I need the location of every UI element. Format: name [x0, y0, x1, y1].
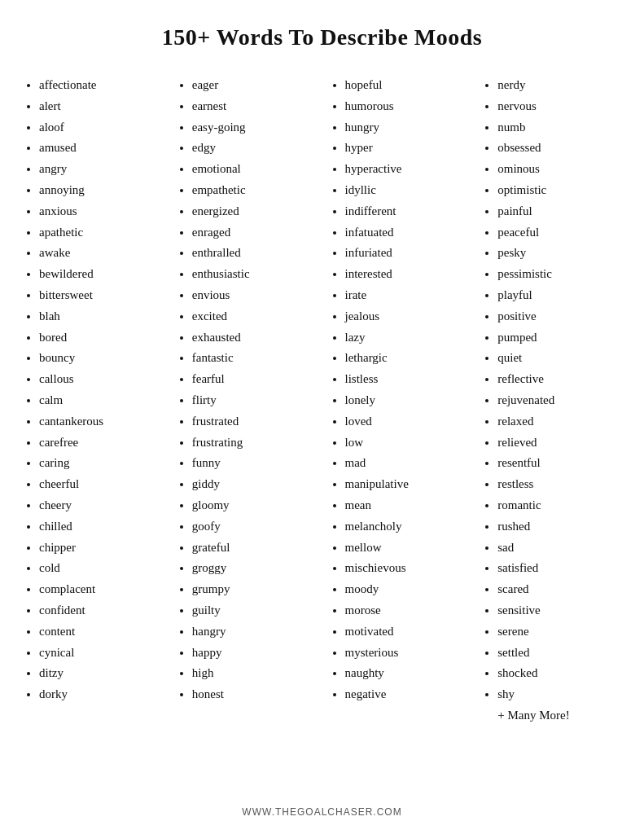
list-item: nervous — [497, 96, 621, 117]
list-item: lazy — [345, 327, 469, 349]
list-item: chipper — [39, 538, 163, 559]
list-item: mischievous — [345, 558, 469, 579]
list-item: giddy — [192, 474, 316, 495]
list-item: hyper — [345, 138, 469, 159]
list-item: loved — [345, 411, 469, 432]
list-item: rushed — [497, 516, 621, 538]
list-item: confident — [39, 600, 163, 621]
list-item: callous — [39, 369, 163, 390]
list-item: grumpy — [192, 579, 316, 600]
list-item: dorky — [39, 684, 163, 705]
list-item: caring — [39, 453, 163, 474]
list-item: annoying — [39, 180, 163, 201]
list-item: edgy — [192, 138, 316, 159]
list-item: cynical — [39, 643, 163, 664]
list-item: melancholy — [345, 516, 469, 538]
list-item: negative — [345, 684, 469, 705]
list-item: bewildered — [39, 264, 163, 285]
page-title: 150+ Words To Describe Moods — [162, 24, 482, 50]
list-item: interested — [345, 264, 469, 285]
list-item: grateful — [192, 538, 316, 559]
list-item: hangry — [192, 621, 316, 643]
list-item: aloof — [39, 117, 163, 138]
list-item: pesky — [497, 243, 621, 264]
list-item: painful — [497, 201, 621, 222]
list-item: cantankerous — [39, 411, 163, 432]
column-1: affectionatealertaloofamusedangryannoyin… — [16, 75, 169, 787]
list-item: rejuvenated — [497, 390, 621, 411]
list-item: indifferent — [345, 201, 469, 222]
list-item: moody — [345, 579, 469, 600]
list-item: mellow — [345, 538, 469, 559]
list-item: exhausted — [192, 327, 316, 349]
list-item: restless — [497, 474, 621, 495]
list-item: alert — [39, 96, 163, 117]
list-item: relieved — [497, 432, 621, 454]
list-item: mean — [345, 495, 469, 516]
list-item: humorous — [345, 96, 469, 117]
list-item: manipulative — [345, 474, 469, 495]
list-item: bored — [39, 327, 163, 349]
list-item: chilled — [39, 516, 163, 538]
list-item: enraged — [192, 222, 316, 244]
list-item: cold — [39, 558, 163, 579]
list-item: lethargic — [345, 348, 469, 369]
list-item: enthusiastic — [192, 264, 316, 285]
list-item: resentful — [497, 453, 621, 474]
column-4: nerdynervousnumbobsessedominousoptimisti… — [475, 75, 628, 787]
list-item: naughty — [345, 663, 469, 684]
list-item: settled — [497, 643, 621, 664]
list-item: mysterious — [345, 643, 469, 664]
list-item: obsessed — [497, 138, 621, 159]
list-item: nerdy — [497, 75, 621, 96]
list-item: emotional — [192, 159, 316, 180]
list-item: easy-going — [192, 117, 316, 138]
columns-container: affectionatealertaloofamusedangryannoyin… — [16, 75, 628, 787]
list-item: calm — [39, 390, 163, 411]
list-item: high — [192, 663, 316, 684]
list-item: funny — [192, 453, 316, 474]
list-item: bittersweet — [39, 285, 163, 306]
list-item: numb — [497, 117, 621, 138]
list-item: ditzy — [39, 663, 163, 684]
list-item: guilty — [192, 600, 316, 621]
list-item: hopeful — [345, 75, 469, 96]
list-item: hyperactive — [345, 159, 469, 180]
list-item: idyllic — [345, 180, 469, 201]
list-item: energized — [192, 201, 316, 222]
extra-note: + Many More! — [481, 705, 621, 726]
list-item: earnest — [192, 96, 316, 117]
list-item: fantastic — [192, 348, 316, 369]
list-item: serene — [497, 621, 621, 643]
list-item: pessimistic — [497, 264, 621, 285]
list-item: gloomy — [192, 495, 316, 516]
list-item: affectionate — [39, 75, 163, 96]
list-item: motivated — [345, 621, 469, 643]
list-item: fearful — [192, 369, 316, 390]
list-item: positive — [497, 306, 621, 327]
list-item: flirty — [192, 390, 316, 411]
list-item: enthralled — [192, 243, 316, 264]
list-item: morose — [345, 600, 469, 621]
list-item: anxious — [39, 201, 163, 222]
list-item: bouncy — [39, 348, 163, 369]
list-item: relaxed — [497, 411, 621, 432]
list-item: jealous — [345, 306, 469, 327]
list-item: shocked — [497, 663, 621, 684]
list-item: content — [39, 621, 163, 643]
list-item: satisfied — [497, 558, 621, 579]
list-item: groggy — [192, 558, 316, 579]
list-item: low — [345, 432, 469, 454]
list-item: blah — [39, 306, 163, 327]
list-item: sensitive — [497, 600, 621, 621]
list-item: honest — [192, 684, 316, 705]
list-item: frustrating — [192, 432, 316, 454]
list-item: amused — [39, 138, 163, 159]
list-item: hungry — [345, 117, 469, 138]
list-item: happy — [192, 643, 316, 664]
list-item: sad — [497, 538, 621, 559]
list-item: romantic — [497, 495, 621, 516]
list-item: infatuated — [345, 222, 469, 244]
list-item: awake — [39, 243, 163, 264]
list-item: apathetic — [39, 222, 163, 244]
